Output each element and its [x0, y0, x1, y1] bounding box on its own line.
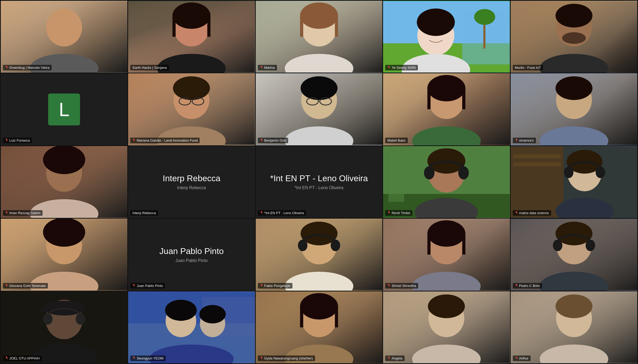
- name-tag-sanjana: Earth Hacks | Sanjana: [130, 65, 169, 70]
- participant-name-marina: Marina: [264, 66, 275, 70]
- mic-muted-icon-vinamra: [515, 138, 518, 142]
- participant-cell-vinamra: vinamra's: [511, 73, 637, 145]
- name-tag-mabel: Mabel Baez: [385, 138, 408, 143]
- avatar-letter-luiz: L: [48, 94, 80, 125]
- sub-name-interp-rebecca: Interp Rebecca: [177, 185, 206, 190]
- svg-point-25: [417, 9, 455, 36]
- name-tag-matos: matos data science: [513, 210, 551, 216]
- svg-point-106: [298, 240, 308, 251]
- mic-muted-icon-leno: [260, 211, 263, 215]
- mic-muted-icon-marcelo: [5, 66, 8, 70]
- name-tag-benjamin: Benjamin Goh: [258, 138, 288, 143]
- participant-cell-interp-rebecca: Interp RebeccaInterp RebeccaInterp Rebec…: [128, 146, 255, 218]
- name-tag-juanpablo: Juan Pablo Pinto: [130, 283, 165, 289]
- svg-rect-14: [300, 16, 303, 37]
- participant-cell-pedro: Pedro C Brito: [511, 219, 637, 290]
- participant-cell-rene: Renê Timbó: [383, 146, 510, 218]
- participant-cell-iman: Iman Rezzag Salem: [1, 146, 127, 218]
- svg-rect-8: [173, 16, 176, 37]
- svg-point-91: [564, 166, 573, 178]
- svg-point-81: [458, 166, 469, 179]
- participant-cell-seungyun: Seungyun YEOM: [128, 291, 255, 363]
- name-tag-giovana: Giovana Gohr Serenato: [3, 283, 48, 289]
- participant-cell-joel: JOEL OTU APPIAH: [1, 291, 127, 363]
- participant-cell-fabio: Fabio Pongelupe: [256, 219, 382, 290]
- mic-muted-icon-yeseong: [387, 66, 391, 70]
- mic-muted-icon-iman: [5, 211, 8, 215]
- name-tag-yeseong: Ye Seong SHIN: [385, 65, 418, 70]
- participant-name-seungyun: Seungyun YEOM: [137, 356, 163, 360]
- svg-rect-76: [388, 154, 404, 202]
- participant-name-pedro: Pedro C Brito: [519, 284, 540, 288]
- name-tag-seungyun: Seungyun YEOM: [130, 355, 165, 361]
- svg-rect-87: [513, 162, 561, 166]
- name-tag-marcelo: Greenbug | Marcelo Vieira: [3, 65, 52, 70]
- mic-muted-icon-matos: [515, 211, 518, 215]
- svg-point-1: [46, 9, 82, 46]
- participant-name-rene: Renê Timbó: [392, 211, 410, 215]
- mic-muted-icon-benjamin: [260, 138, 263, 142]
- svg-point-56: [427, 75, 465, 101]
- mic-muted-icon-angela: [387, 356, 391, 360]
- participant-cell-matos: matos data science: [511, 146, 637, 218]
- svg-point-68: [43, 146, 85, 174]
- name-tag-mariana: Mariana Galvão - Land Innovation Fund: [130, 138, 200, 143]
- participant-cell-luiz: L Luiz Fonseca: [1, 73, 127, 145]
- svg-point-149: [300, 293, 338, 319]
- name-tag-interp-rebecca: Interp Rebecca: [130, 210, 158, 216]
- mic-muted-icon-seungyun: [132, 356, 136, 360]
- participant-cell-marcelo: Greenbug | Marcelo Vieira: [1, 1, 127, 73]
- svg-point-32: [562, 32, 586, 44]
- svg-point-134: [76, 313, 85, 325]
- participant-name-gyda: Gyda Nawarungruang (she/her): [264, 356, 313, 360]
- participant-cell-murilo: Murilo - Fuse IoT: [511, 1, 637, 73]
- mic-muted-icon-arthur: [515, 356, 518, 360]
- participant-name-iman: Iman Rezzag Salem: [9, 211, 40, 215]
- mic-muted-icon-gyda: [260, 356, 263, 360]
- name-tag-iman: Iman Rezzag Salem: [3, 210, 43, 216]
- svg-point-92: [595, 166, 605, 178]
- name-tag-joel: JOEL OTU APPIAH: [3, 355, 42, 361]
- participant-cell-leno: *Int EN PT - Leno Oliveira*Int EN PT - L…: [256, 146, 382, 218]
- svg-point-113: [427, 220, 465, 247]
- svg-point-133: [43, 313, 53, 325]
- participant-name-luiz: Luiz Fonseca: [9, 138, 30, 142]
- mic-muted-icon-luiz: [5, 138, 8, 142]
- svg-rect-151: [335, 306, 338, 327]
- svg-point-31: [555, 4, 592, 27]
- participant-cell-juanpablo: Juan Pablo PintoJuan Pablo Pinto Juan Pa…: [128, 219, 255, 290]
- name-tag-marina: Marina: [258, 65, 277, 70]
- participant-name-benjamin: Benjamin Goh: [264, 138, 286, 142]
- participant-name-joel: JOEL OTU APPIAH: [9, 356, 40, 360]
- svg-rect-9: [207, 16, 211, 37]
- svg-point-7: [173, 2, 211, 29]
- mic-muted-icon-pedro: [515, 284, 518, 288]
- name-tag-vinamra: vinamra's: [513, 138, 536, 143]
- participant-cell-arthur: Arthur: [511, 291, 637, 363]
- sub-name-leno: *Int EN PT - Leno Oliveira: [295, 185, 343, 190]
- participant-name-leno: *Int EN PT - Leno Oliveira: [264, 211, 304, 215]
- participant-cell-shristi: Shristi Shrestha: [383, 219, 510, 290]
- svg-point-163: [555, 294, 592, 318]
- svg-rect-86: [513, 154, 561, 158]
- mic-muted-icon-mariana: [132, 138, 136, 142]
- svg-point-123: [585, 240, 595, 251]
- participant-name-interp-rebecca: Interp Rebecca: [132, 211, 156, 215]
- svg-rect-115: [462, 234, 465, 255]
- participant-name-mabel: Mabel Baez: [387, 138, 406, 142]
- svg-point-62: [555, 77, 592, 100]
- participant-cell-benjamin: Benjamin Goh: [256, 73, 382, 145]
- participant-cell-sanjana: Earth Hacks | Sanjana: [128, 1, 255, 73]
- name-tag-arthur: Arthur: [513, 355, 531, 361]
- svg-point-107: [331, 240, 340, 251]
- svg-rect-114: [427, 234, 431, 255]
- svg-point-143: [199, 305, 226, 323]
- svg-rect-57: [427, 88, 431, 109]
- svg-point-122: [553, 240, 562, 251]
- name-tag-luiz: Luiz Fonseca: [3, 138, 32, 143]
- participant-name-angela: Angela: [392, 356, 402, 360]
- participant-name-fabio: Fabio Pongelupe: [264, 284, 290, 288]
- name-tag-rene: Renê Timbó: [385, 210, 412, 216]
- participant-name-giovana: Giovana Gohr Serenato: [9, 284, 46, 288]
- participant-name-shristi: Shristi Shrestha: [392, 284, 416, 288]
